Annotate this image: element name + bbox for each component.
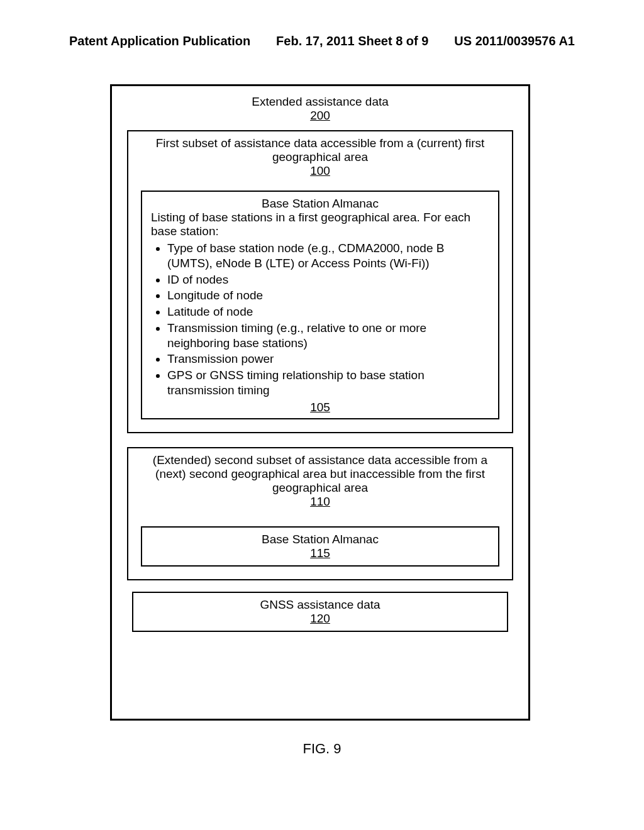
gnss-assistance-box: GNSS assistance data 120 xyxy=(132,592,508,632)
list-item: Latitude of node xyxy=(167,304,489,319)
first-subset-box: First subset of assistance data accessib… xyxy=(127,130,513,433)
second-subset-box: (Extended) second subset of assistance d… xyxy=(127,447,513,580)
list-item: Type of base station node (e.g., CDMA200… xyxy=(167,241,489,271)
base-station-almanac-box-1: Base Station Almanac Listing of base sta… xyxy=(141,191,499,419)
list-item: ID of nodes xyxy=(167,272,489,287)
first-subset-title: First subset of assistance data accessib… xyxy=(136,136,504,164)
outer-title: Extended assistance data xyxy=(127,95,513,109)
gnss-ref: 120 xyxy=(142,612,498,626)
almanac2-heading: Base Station Almanac xyxy=(151,533,489,546)
header-left: Patent Application Publication xyxy=(69,34,250,48)
extended-assistance-data-box: Extended assistance data 200 First subse… xyxy=(110,84,530,721)
almanac1-heading: Base Station Almanac xyxy=(151,197,489,211)
gnss-title: GNSS assistance data xyxy=(142,598,498,612)
list-item: Transmission power xyxy=(167,351,489,367)
header-right: US 2011/0039576 A1 xyxy=(454,34,575,48)
page: Patent Application Publication Feb. 17, … xyxy=(0,0,644,830)
list-item: GPS or GNSS timing relationship to base … xyxy=(167,368,489,398)
outer-ref: 200 xyxy=(127,109,513,123)
second-subset-ref: 110 xyxy=(136,495,504,509)
list-item: Longitude of node xyxy=(167,288,489,303)
page-header: Patent Application Publication Feb. 17, … xyxy=(69,34,575,48)
almanac1-list: Type of base station node (e.g., CDMA200… xyxy=(167,241,489,398)
almanac2-ref: 115 xyxy=(151,546,489,560)
list-item: Transmission timing (e.g., relative to o… xyxy=(167,321,489,351)
base-station-almanac-box-2: Base Station Almanac 115 xyxy=(141,526,499,567)
almanac1-ref: 105 xyxy=(151,401,489,414)
second-subset-title: (Extended) second subset of assistance d… xyxy=(136,453,504,495)
header-mid: Feb. 17, 2011 Sheet 8 of 9 xyxy=(276,34,428,48)
figure-label: FIG. 9 xyxy=(0,741,644,757)
first-subset-ref: 100 xyxy=(136,164,504,178)
almanac1-intro: Listing of base stations in a first geog… xyxy=(151,211,489,238)
